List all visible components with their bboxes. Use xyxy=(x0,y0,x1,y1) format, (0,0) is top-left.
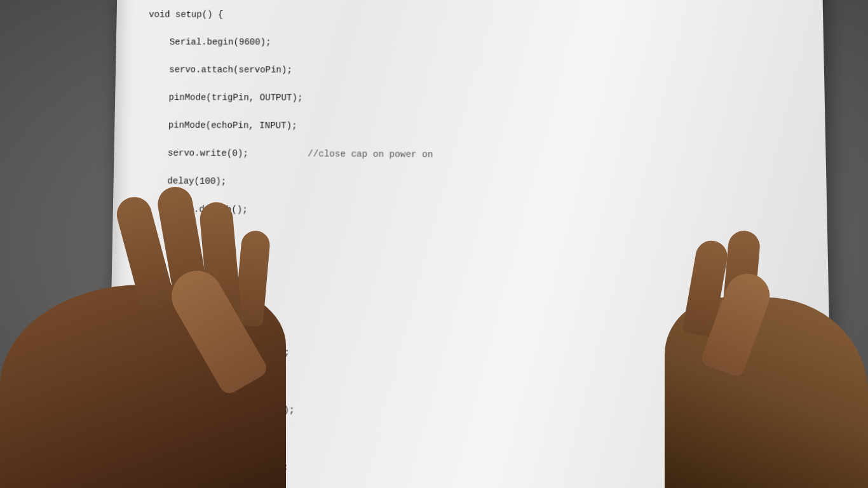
code-line-1: void setup() { xyxy=(149,8,792,22)
code-line-2: Serial.begin(9600); xyxy=(148,36,793,50)
code-line-4: pinMode(trigPin, OUTPUT); xyxy=(147,91,794,107)
code-line-5: pinMode(echoPin, INPUT); xyxy=(147,118,795,135)
code-line-8: servo.detach(); xyxy=(146,202,797,222)
scene: void setup() { Serial.begin(9600); servo… xyxy=(0,0,868,488)
code-line-6: servo.write(0); //close cap on power on xyxy=(146,146,795,164)
code-line-7: delay(100); xyxy=(146,174,796,193)
code-line-3: servo.attach(servoPin); xyxy=(148,63,794,78)
